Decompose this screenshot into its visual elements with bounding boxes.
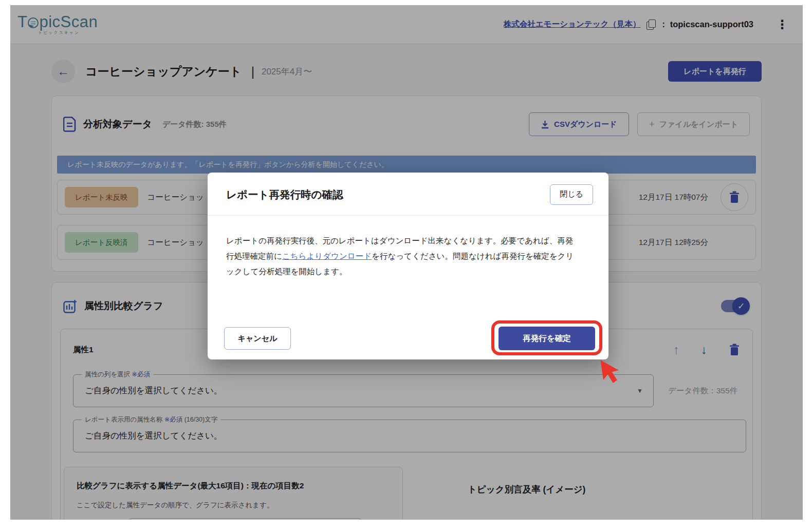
modal-confirm-button[interactable]: 再発行を確定 — [499, 327, 595, 350]
modal-close-button[interactable]: 閉じる — [550, 184, 593, 205]
modal-cancel-button[interactable]: キャンセル — [224, 327, 291, 350]
screenshot-stage: TpicScan トピックスキャン 株式会社エモーションテック（見本） : to… — [0, 0, 812, 532]
download-here-link[interactable]: こちらよりダウンロード — [282, 252, 372, 260]
modal-title: レポート再発行時の確認 — [226, 187, 343, 202]
modal-body: レポートの再発行実行後、元のレポートはダウンロード出来なくなります。必要であれば… — [208, 216, 598, 280]
reissue-confirm-modal: レポート再発行時の確認 閉じる レポートの再発行実行後、元のレポートはダウンロー… — [208, 173, 608, 359]
